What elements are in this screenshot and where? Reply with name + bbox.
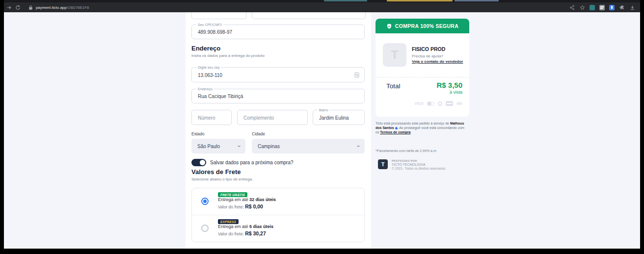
checkout-page: Seu CPF/CNPJ 489.908.698-97 Endereço Ins… xyxy=(4,12,640,249)
address-section-title: Endereço xyxy=(191,45,220,52)
extension-grey-icon[interactable] xyxy=(599,5,605,10)
total-value: R$ 3,50 xyxy=(436,81,462,89)
download-icon[interactable] xyxy=(629,4,635,10)
amex-icon xyxy=(446,101,453,106)
cep-field[interactable]: Digite seu cep 13.063-110 xyxy=(191,67,365,82)
cpf-label: Seu CPF/CNPJ xyxy=(196,23,223,27)
free-shipping-badge: FRETE GRÁTIS xyxy=(218,192,247,197)
shipping-price: Valor do frete: R$ 0,00 xyxy=(218,203,263,209)
city-value: Campinas xyxy=(258,144,280,149)
dashed-divider xyxy=(376,77,469,77)
number-placeholder: Número xyxy=(198,115,215,120)
secure-purchase-text: COMPRA 100% SEGURA xyxy=(395,23,458,29)
lock-icon xyxy=(27,4,33,10)
street-field[interactable]: Endereço Rua Cacique Tibiriçá xyxy=(191,89,365,103)
order-summary-card: T FISICO PROD Precisa de ajuda? Veja o c… xyxy=(376,33,469,117)
chevron-down-icon xyxy=(356,144,360,148)
cep-label: Digite seu cep xyxy=(196,65,221,70)
shipping-option-free[interactable]: FRETE GRÁTIS Entrega em até 32 dias útei… xyxy=(192,188,364,215)
mastercard-icon xyxy=(427,102,434,106)
city-select[interactable]: Campinas xyxy=(252,139,365,153)
street-value: Rua Cacique Tibiriçá xyxy=(198,94,243,99)
installment-note: *Parcelamento com tarifa de 2.99% a.m xyxy=(376,149,436,152)
cpf-value: 489.908.698-97 xyxy=(198,29,232,35)
url-host: payment.ticto.app xyxy=(36,5,67,10)
shield-check-icon xyxy=(386,23,392,29)
cutoff-field-left[interactable] xyxy=(191,12,246,19)
seller-contact-link[interactable]: Veja o contato do vendedor xyxy=(412,59,463,64)
terms-link[interactable]: Termos de compra xyxy=(380,130,410,134)
tab-highlight-yellow[interactable] xyxy=(387,0,453,1)
district-value: Jardim Eulina xyxy=(319,115,349,120)
visa-icon: VISA xyxy=(414,101,424,106)
district-label: Bairro xyxy=(318,108,330,112)
toggle-knob xyxy=(200,160,205,165)
address-bar[interactable]: payment.ticto.app/O6D78E1F8 xyxy=(27,4,89,10)
secure-purchase-banner: COMPRA 100% SEGURA xyxy=(376,19,469,33)
shipping-price: Valor do frete: R$ 30,27 xyxy=(218,230,266,236)
toolbar-right-cluster xyxy=(569,4,640,10)
cpf-field[interactable]: Seu CPF/CNPJ 489.908.698-97 xyxy=(191,25,365,39)
save-data-toggle-label: Salvar dados para a próxima compra? xyxy=(210,160,294,165)
city-label: Cidade xyxy=(252,131,265,136)
total-note: à vista xyxy=(450,90,462,95)
state-select[interactable]: São Paulo xyxy=(191,139,245,153)
district-field[interactable]: Bairro Jardim Eulina xyxy=(313,110,365,125)
help-text: Precisa de ajuda? xyxy=(412,54,443,58)
delivery-time: Entrega em até 32 dias úteis xyxy=(218,197,276,202)
shipping-section-title: Valores de Frete xyxy=(191,168,241,176)
extensions-puzzle-icon[interactable] xyxy=(619,4,625,10)
extension-teal-icon[interactable] xyxy=(590,5,595,10)
delivery-time: Entrega em até 5 dias úteis xyxy=(218,224,273,229)
browser-window: payment.ticto.app/O6D78E1F8 xyxy=(4,0,640,249)
ticto-logo: T xyxy=(378,159,388,169)
url-path: /O6D78E1F8 xyxy=(67,5,89,10)
chevron-down-icon xyxy=(237,144,241,148)
shipping-options-box: FRETE GRÁTIS Entrega em até 32 dias útei… xyxy=(191,188,365,242)
address-section-subtitle: Insira os dados para a entrega do produt… xyxy=(191,53,265,58)
bookmark-star-icon[interactable] xyxy=(579,4,585,10)
extension-blue-icon[interactable] xyxy=(609,5,615,10)
shipping-section-subtitle: Selecione abaixo o tipo de entrega. xyxy=(191,177,253,181)
sidebar-footer: T PROTEGIDO POR TICTO TECNOLOGIA © 2023 … xyxy=(378,159,445,171)
product-thumbnail: T xyxy=(383,43,406,67)
radio-selected-icon[interactable] xyxy=(201,198,209,205)
radio-unselected-icon[interactable] xyxy=(201,225,209,232)
diners-icon xyxy=(438,102,442,106)
number-field[interactable]: Número xyxy=(191,110,232,125)
product-name: FISICO PROD xyxy=(412,46,445,52)
tab-highlight-blue[interactable] xyxy=(455,0,499,1)
state-label: Estado xyxy=(191,131,204,136)
cep-value: 13.063-110 xyxy=(198,72,222,77)
elo-icon: elo xyxy=(456,101,462,106)
save-data-toggle[interactable] xyxy=(191,159,206,166)
forward-icon[interactable] xyxy=(6,4,12,10)
browser-toolbar: payment.ticto.app/O6D78E1F8 xyxy=(4,2,640,12)
complement-field[interactable]: Complemento xyxy=(237,110,308,125)
card-brands-row: VISA elo xyxy=(414,101,462,106)
tab-highlight-teal[interactable] xyxy=(324,0,367,1)
legal-text: Ticto está processando este pedido à ser… xyxy=(376,121,465,134)
copyright: © 2023 - Todos os direitos reservados xyxy=(392,167,445,171)
street-label: Endereço xyxy=(196,87,214,91)
reload-icon[interactable] xyxy=(15,4,21,10)
complement-placeholder: Complemento xyxy=(243,115,274,120)
state-value: São Paulo xyxy=(197,144,220,149)
cep-search-icon[interactable] xyxy=(354,72,360,78)
shipping-option-express[interactable]: EXPRESS Entrega em até 5 dias úteis Valo… xyxy=(192,215,364,242)
company-name: TICTO TECNOLOGIA xyxy=(392,163,445,167)
total-label: Total xyxy=(386,82,401,90)
share-icon[interactable] xyxy=(569,4,575,10)
cutoff-field-right[interactable] xyxy=(252,12,366,19)
product-logo-letter: T xyxy=(391,48,399,62)
protected-by-label: PROTEGIDO POR xyxy=(392,159,445,163)
express-shipping-badge: EXPRESS xyxy=(218,219,239,224)
